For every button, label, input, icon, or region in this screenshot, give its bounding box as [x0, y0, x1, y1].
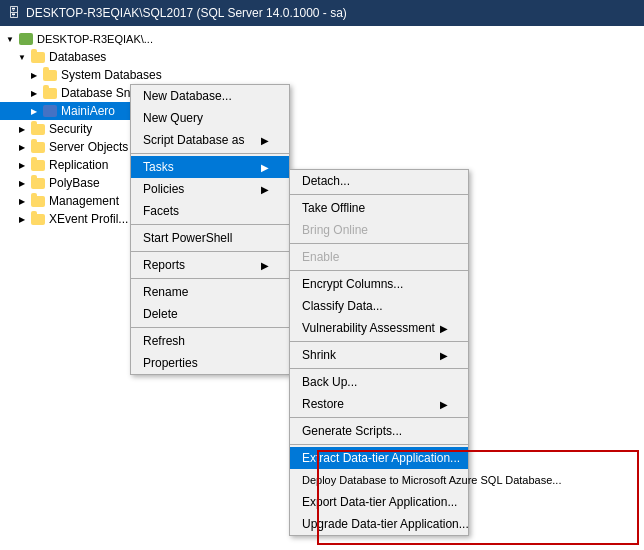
- take-offline-label: Take Offline: [302, 201, 365, 215]
- tasks-sep-3: [290, 270, 468, 271]
- security-label: Security: [49, 122, 92, 136]
- restore-label: Restore: [302, 397, 344, 411]
- encrypt-columns-label: Encrypt Columns...: [302, 277, 403, 291]
- separator-2: [131, 224, 289, 225]
- context-menu-1: New Database... New Query Script Databas…: [130, 84, 290, 375]
- menu-item-backup[interactable]: Back Up...: [290, 371, 468, 393]
- replication-label: Replication: [49, 158, 108, 172]
- tasks-sep-4: [290, 341, 468, 342]
- tree-item-security[interactable]: ▶ Security: [0, 120, 135, 138]
- server-objects-icon: [30, 139, 46, 155]
- title-bar: 🗄 DESKTOP-R3EQIAK\SQL2017 (SQL Server 14…: [0, 0, 644, 26]
- menu-item-properties[interactable]: Properties: [131, 352, 289, 374]
- menu-item-extract-data-tier[interactable]: Extract Data-tier Application...: [290, 447, 468, 469]
- menu-item-delete[interactable]: Delete: [131, 303, 289, 325]
- menu-item-deploy-azure[interactable]: Deploy Database to Microsoft Azure SQL D…: [290, 469, 468, 491]
- expander-databases[interactable]: ▼: [16, 51, 28, 63]
- policies-arrow: ▶: [261, 184, 269, 195]
- menu-item-start-powershell[interactable]: Start PowerShell: [131, 227, 289, 249]
- system-dbs-label: System Databases: [61, 68, 162, 82]
- menu-item-shrink[interactable]: Shrink ▶: [290, 344, 468, 366]
- server-objects-label: Server Objects: [49, 140, 128, 154]
- server-label: DESKTOP-R3EQIAK\...: [37, 33, 153, 45]
- expander-server[interactable]: ▼: [4, 33, 16, 45]
- facets-label: Facets: [143, 204, 179, 218]
- menu-item-encrypt-columns[interactable]: Encrypt Columns...: [290, 273, 468, 295]
- main-area: ▼ DESKTOP-R3EQIAK\... ▼ Databases ▶ Syst…: [0, 26, 644, 550]
- detach-label: Detach...: [302, 174, 350, 188]
- tree-item-server-objects[interactable]: ▶ Server Objects: [0, 138, 135, 156]
- xevent-icon: [30, 211, 46, 227]
- new-query-label: New Query: [143, 111, 203, 125]
- menu-item-new-database[interactable]: New Database...: [131, 85, 289, 107]
- extract-data-tier-label: Extract Data-tier Application...: [302, 451, 460, 465]
- menu-item-rename[interactable]: Rename: [131, 281, 289, 303]
- menu-item-bring-online[interactable]: Bring Online: [290, 219, 468, 241]
- menu-item-detach[interactable]: Detach...: [290, 170, 468, 192]
- deploy-azure-label: Deploy Database to Microsoft Azure SQL D…: [302, 474, 561, 486]
- polybase-icon: [30, 175, 46, 191]
- separator-4: [131, 278, 289, 279]
- reports-label: Reports: [143, 258, 185, 272]
- expander-system-dbs[interactable]: ▶: [28, 69, 40, 81]
- title-icon: 🗄: [8, 6, 20, 20]
- expander-db-snapshots[interactable]: ▶: [28, 87, 40, 99]
- mainiaero-label: MainiAero: [61, 104, 115, 118]
- tree-item-server[interactable]: ▼ DESKTOP-R3EQIAK\...: [0, 30, 135, 48]
- expander-polybase[interactable]: ▶: [16, 177, 28, 189]
- menu-item-script-database[interactable]: Script Database as ▶: [131, 129, 289, 151]
- separator-3: [131, 251, 289, 252]
- menu-item-reports[interactable]: Reports ▶: [131, 254, 289, 276]
- menu-item-generate-scripts[interactable]: Generate Scripts...: [290, 420, 468, 442]
- menu-item-take-offline[interactable]: Take Offline: [290, 197, 468, 219]
- tasks-sep-7: [290, 444, 468, 445]
- tree-item-system-dbs[interactable]: ▶ System Databases: [0, 66, 135, 84]
- menu-item-refresh[interactable]: Refresh: [131, 330, 289, 352]
- expander-xevent[interactable]: ▶: [16, 213, 28, 225]
- tree-item-management[interactable]: ▶ Management: [0, 192, 135, 210]
- expander-replication[interactable]: ▶: [16, 159, 28, 171]
- classify-data-label: Classify Data...: [302, 299, 383, 313]
- policies-label: Policies: [143, 182, 184, 196]
- server-icon: [18, 31, 34, 47]
- title-text: DESKTOP-R3EQIAK\SQL2017 (SQL Server 14.0…: [26, 6, 347, 20]
- context-menu-2: Detach... Take Offline Bring Online Enab…: [289, 169, 469, 536]
- backup-label: Back Up...: [302, 375, 357, 389]
- expander-management[interactable]: ▶: [16, 195, 28, 207]
- menu-item-new-query[interactable]: New Query: [131, 107, 289, 129]
- mainiaero-icon: [42, 103, 58, 119]
- expander-mainiaero[interactable]: ▶: [28, 105, 40, 117]
- shrink-label: Shrink: [302, 348, 336, 362]
- tasks-sep-5: [290, 368, 468, 369]
- tasks-label: Tasks: [143, 160, 174, 174]
- tree-item-databases[interactable]: ▼ Databases: [0, 48, 135, 66]
- tree-item-polybase[interactable]: ▶ PolyBase: [0, 174, 135, 192]
- management-icon: [30, 193, 46, 209]
- tasks-sep-1: [290, 194, 468, 195]
- menu-item-classify-data[interactable]: Classify Data...: [290, 295, 468, 317]
- tree-item-xevent[interactable]: ▶ XEvent Profil...: [0, 210, 135, 228]
- menu-item-facets[interactable]: Facets: [131, 200, 289, 222]
- db-snapshots-icon: [42, 85, 58, 101]
- upgrade-data-tier-label: Upgrade Data-tier Application...: [302, 517, 469, 531]
- new-database-label: New Database...: [143, 89, 232, 103]
- expander-server-objects[interactable]: ▶: [16, 141, 28, 153]
- separator-1: [131, 153, 289, 154]
- expander-security[interactable]: ▶: [16, 123, 28, 135]
- menu-item-export-data-tier[interactable]: Export Data-tier Application...: [290, 491, 468, 513]
- menu-item-enable[interactable]: Enable: [290, 246, 468, 268]
- menu-item-policies[interactable]: Policies ▶: [131, 178, 289, 200]
- menu-item-upgrade-data-tier[interactable]: Upgrade Data-tier Application...: [290, 513, 468, 535]
- menu-item-tasks[interactable]: Tasks ▶: [131, 156, 289, 178]
- system-dbs-icon: [42, 67, 58, 83]
- tree-item-mainiaero[interactable]: ▶ MainiAero: [0, 102, 135, 120]
- tree-item-db-snapshots[interactable]: ▶ Database Snapshots: [0, 84, 135, 102]
- menu-item-restore[interactable]: Restore ▶: [290, 393, 468, 415]
- shrink-arrow: ▶: [440, 350, 448, 361]
- script-database-label: Script Database as: [143, 133, 244, 147]
- vulnerability-label: Vulnerability Assessment: [302, 321, 435, 335]
- enable-label: Enable: [302, 250, 339, 264]
- menu-item-vulnerability[interactable]: Vulnerability Assessment ▶: [290, 317, 468, 339]
- tree-item-replication[interactable]: ▶ Replication: [0, 156, 135, 174]
- rename-label: Rename: [143, 285, 188, 299]
